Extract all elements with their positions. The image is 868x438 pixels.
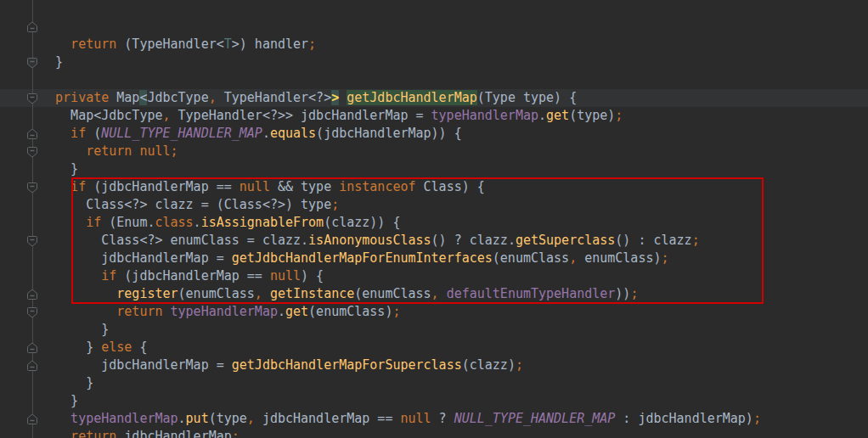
code-token: Map<JdbcType	[70, 108, 162, 123]
code-line[interactable]: if (jdbcHandlerMap == null && type insta…	[0, 178, 868, 196]
code-token: }	[86, 340, 101, 355]
code-token: >	[331, 90, 339, 105]
fold-end-icon[interactable]	[26, 359, 38, 371]
code-line[interactable]: private Map<JdbcType, TypeHandler<?>> ge…	[0, 89, 868, 107]
code-line[interactable]: return jdbcHandlerMap;	[0, 428, 868, 438]
fold-start-icon[interactable]	[26, 234, 38, 246]
code-token: (jdbcHandlerMap ==	[116, 268, 270, 284]
code-token: T	[224, 36, 232, 52]
code-token: getJdbcHandlerMapForEnumInterfaces	[232, 250, 493, 266]
code-token: >) handler	[232, 36, 308, 52]
code-editor[interactable]: return (TypeHandler<T>) handler;}private…	[0, 0, 868, 438]
code-token: jdbcHandlerMap	[116, 429, 231, 438]
code-token: (Type type) {	[477, 90, 577, 105]
code-token: .	[262, 126, 270, 141]
code-line[interactable]: }	[0, 321, 868, 339]
code-token: }	[55, 54, 63, 70]
code-line[interactable]: if (jdbcHandlerMap == null) {	[0, 267, 868, 285]
fold-start-icon[interactable]	[26, 306, 38, 317]
code-token: (jdbcHandlerMap)) {	[316, 126, 462, 141]
code-token: ;	[630, 286, 638, 301]
code-token: return	[70, 429, 116, 438]
code-line[interactable]: Map<JdbcType, TypeHandler<?>> jdbcHandle…	[0, 107, 868, 125]
code-line[interactable]: Class<?> clazz = (Class<?>) type;	[0, 196, 868, 214]
code-line[interactable]: }	[0, 374, 868, 392]
code-token: null	[270, 268, 301, 284]
code-token: (enumClass	[493, 250, 569, 266]
code-token: .	[278, 304, 285, 319]
code-line[interactable]: if (Enum.class.isAssignableFrom(clazz)) …	[0, 214, 868, 232]
code-token: if	[70, 179, 86, 194]
code-token: ,	[209, 90, 217, 105]
code-token: .	[194, 215, 201, 230]
code-token	[439, 286, 447, 301]
code-line[interactable]: }	[0, 160, 868, 178]
code-token: instanceof	[339, 179, 415, 194]
code-token: }	[70, 393, 78, 408]
code-token: ,	[247, 411, 255, 426]
code-token: ,	[255, 286, 262, 301]
fold-end-icon[interactable]	[26, 20, 38, 32]
code-token: NULL_TYPE_HANDLER_MAP	[454, 411, 616, 426]
code-token: Class<?> enumClass = clazz.	[101, 233, 308, 248]
code-line[interactable]: jdbcHandlerMap = getJdbcHandlerMapForSup…	[0, 357, 868, 374]
code-token: (enumClass)	[308, 304, 392, 319]
code-token: ,	[569, 250, 577, 266]
code-line[interactable]: return null;	[0, 143, 868, 160]
fold-end-icon[interactable]	[26, 413, 38, 424]
fold-end-icon[interactable]	[26, 127, 38, 139]
code-line[interactable]: } else {	[0, 339, 868, 357]
code-line[interactable]	[0, 71, 868, 89]
code-token: ) {	[301, 268, 324, 284]
code-token: ;	[662, 250, 669, 266]
code-token: {	[132, 340, 147, 355]
code-line[interactable]: }	[0, 53, 868, 71]
code-line[interactable]: jdbcHandlerMap = getJdbcHandlerMapForEnu…	[0, 250, 868, 267]
code-token: ;	[232, 429, 240, 438]
code-lines: return (TypeHandler<T>) handler;}private…	[0, 36, 868, 438]
code-token: NULL_TYPE_HANDLER_MAP	[101, 126, 262, 141]
code-line[interactable]: Class<?> enumClass = clazz.isAnonymousCl…	[0, 232, 868, 250]
code-token: ;	[308, 36, 316, 52]
fold-start-icon[interactable]	[26, 92, 38, 104]
code-line[interactable]: register(enumClass, getInstance(enumClas…	[0, 285, 868, 303]
code-token: ,	[431, 286, 439, 301]
code-token: }	[101, 322, 109, 337]
fold-start-icon[interactable]	[26, 56, 38, 68]
fold-start-icon[interactable]	[26, 145, 38, 157]
code-token: TypeHandler<?>> jdbcHandlerMap =	[171, 108, 431, 123]
code-line[interactable]: return (TypeHandler<T>) handler;	[0, 36, 868, 53]
code-token: ;	[692, 233, 700, 248]
code-token: enumClass)	[577, 250, 661, 266]
code-token: null	[240, 179, 270, 194]
code-token: && type	[270, 179, 339, 194]
code-token: return	[70, 36, 116, 52]
code-token: equals	[270, 126, 316, 141]
code-token	[162, 304, 170, 319]
code-token: ))	[615, 286, 630, 301]
code-line[interactable]: return typeHandlerMap.get(enumClass);	[0, 303, 868, 321]
fold-end-icon[interactable]	[26, 288, 38, 300]
code-line[interactable]: if (NULL_TYPE_HANDLER_MAP.equals(jdbcHan…	[0, 125, 868, 143]
code-token: if	[70, 126, 86, 141]
code-token: ,	[162, 108, 170, 123]
fold-end-icon[interactable]	[26, 341, 38, 353]
code-token: getSuperclass	[516, 233, 615, 248]
code-token: (Enum.	[101, 215, 155, 230]
code-token: Map	[109, 90, 139, 105]
code-token: TypeHandler<?>	[217, 90, 331, 105]
code-token: ;	[753, 411, 761, 426]
code-token: typeHandlerMap	[70, 411, 178, 426]
code-token: (enumClass	[178, 286, 255, 301]
code-token: class	[155, 215, 193, 230]
code-line[interactable]: typeHandlerMap.put(type, jdbcHandlerMap …	[0, 410, 868, 428]
code-token: getInstance	[270, 286, 354, 301]
code-token	[339, 90, 347, 105]
fold-start-icon[interactable]	[26, 181, 38, 193]
code-token: jdbcHandlerMap =	[101, 250, 232, 266]
code-line[interactable]: }	[0, 392, 868, 410]
code-token: defaultEnumTypeHandler	[447, 286, 616, 301]
code-token: (enumClass	[354, 286, 431, 301]
code-token: (	[86, 126, 101, 141]
code-token: Class) {	[416, 179, 485, 194]
